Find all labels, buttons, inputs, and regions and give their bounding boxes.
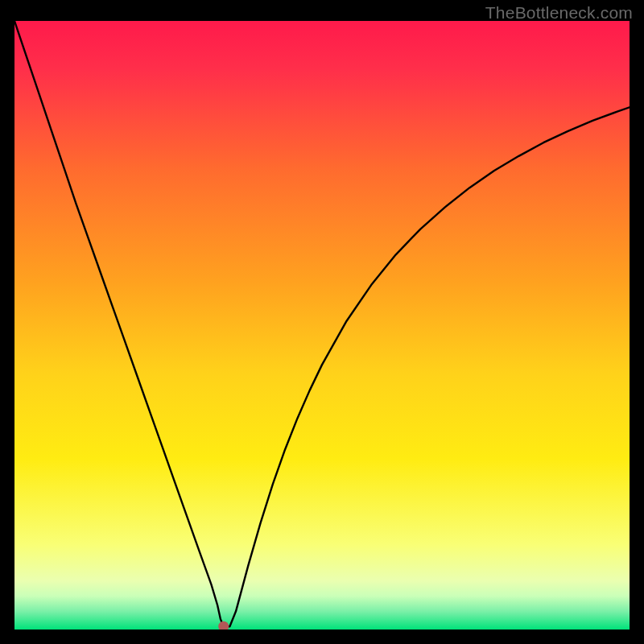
- watermark-text: TheBottleneck.com: [485, 3, 633, 23]
- gradient-background: [14, 21, 630, 630]
- plot-svg: [14, 21, 630, 630]
- chart-container: TheBottleneck.com: [0, 0, 644, 644]
- plot-area: [14, 21, 630, 630]
